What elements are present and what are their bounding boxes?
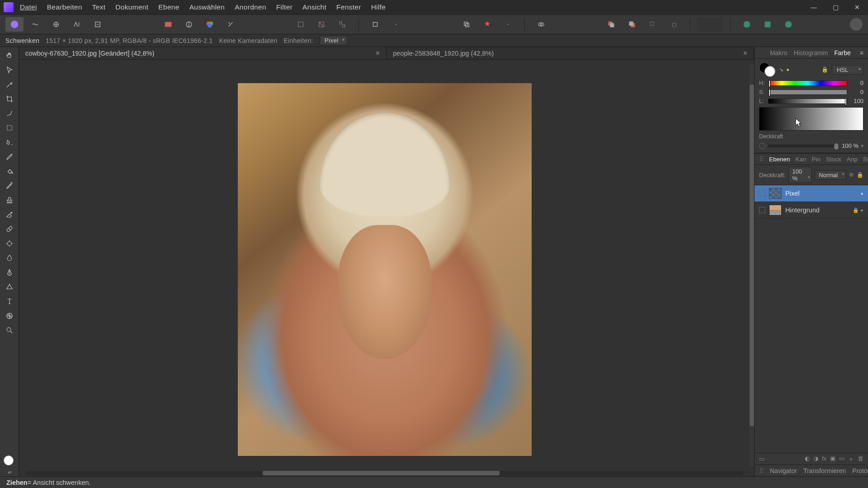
tab-channels[interactable]: Kan	[796, 156, 807, 163]
auto-contrast-button[interactable]	[180, 17, 198, 32]
arrange-bwd-button[interactable]	[665, 17, 683, 32]
selection-invert-button[interactable]	[312, 17, 330, 32]
close-tab-icon[interactable]: ×	[743, 49, 747, 57]
menu-edit[interactable]: Bearbeiten	[47, 3, 82, 11]
edit-all-layers-icon[interactable]: ▭	[759, 455, 764, 462]
brush-tool[interactable]	[4, 151, 15, 163]
pan-tool[interactable]	[4, 50, 15, 61]
close-tab-icon[interactable]: ×	[376, 49, 380, 57]
force-align-button[interactable]	[759, 17, 777, 32]
pen-tool[interactable]	[4, 267, 15, 278]
color-picker-tool[interactable]	[4, 79, 15, 90]
assistant-dropdown[interactable]	[499, 17, 517, 32]
insert-target-button[interactable]	[698, 17, 723, 32]
auto-levels-button[interactable]	[159, 17, 177, 32]
tab-protocol[interactable]: Protokoll	[852, 467, 868, 474]
lig-slider[interactable]	[768, 99, 847, 104]
drag-handle-icon[interactable]: ⠿	[759, 467, 764, 474]
mask-icon[interactable]: ◐	[805, 455, 810, 463]
liquify-persona-button[interactable]	[26, 17, 44, 32]
arrange-front-button[interactable]	[602, 17, 620, 32]
selection-all-button[interactable]	[333, 17, 351, 32]
recent-color-icon[interactable]: ●	[786, 66, 789, 73]
menu-arrange[interactable]: Anordnen	[235, 3, 266, 11]
move-tool[interactable]	[4, 64, 15, 76]
swap-swatch-icon[interactable]: ⇄	[8, 470, 11, 474]
layer-lock-icon[interactable]: 🔒	[857, 172, 863, 178]
menu-layer[interactable]: Ebene	[158, 3, 179, 11]
quick-mask-button[interactable]	[532, 17, 550, 32]
sat-slider[interactable]	[768, 89, 847, 95]
assistant-button[interactable]	[478, 17, 496, 32]
fx-icon[interactable]: fx	[822, 455, 826, 463]
photo-persona-button[interactable]	[5, 17, 24, 32]
crop-mask-icon[interactable]: ▣	[830, 455, 835, 463]
flood-select-tool[interactable]	[4, 136, 15, 148]
zoom-tool[interactable]	[4, 324, 15, 336]
dodge-tool[interactable]	[4, 238, 15, 249]
color-mode-dropdown[interactable]: HSL	[832, 65, 863, 75]
panel-menu-icon[interactable]: ≡	[860, 49, 863, 56]
layer-opacity-dropdown[interactable]: 100 %	[788, 167, 812, 183]
stamp-tool[interactable]	[4, 194, 15, 206]
healing-tool[interactable]	[4, 223, 15, 235]
canvas-area[interactable]	[19, 60, 754, 476]
menu-window[interactable]: Fenster	[336, 3, 361, 11]
layer-fx-icon[interactable]: ⚙	[849, 172, 854, 178]
selection-brush-tool[interactable]	[4, 108, 15, 119]
text-tool[interactable]	[4, 296, 15, 307]
fill-tool[interactable]	[4, 165, 15, 177]
tab-navigator[interactable]: Navigator	[770, 467, 797, 474]
menu-text[interactable]: Text	[92, 3, 106, 11]
tab-adjustment[interactable]: Anp	[847, 156, 858, 163]
blur-tool[interactable]	[4, 252, 15, 264]
tone-map-persona-button[interactable]	[68, 17, 86, 32]
group-icon[interactable]: ▭	[839, 455, 844, 463]
layer-blend-dropdown[interactable]: Normal	[815, 170, 846, 180]
account-avatar[interactable]	[850, 18, 863, 31]
document-tab-inactive[interactable]: people-2583848_1920.jpg (42,8%) ×	[387, 47, 754, 59]
layer-visibility-icon[interactable]	[759, 207, 765, 213]
menu-file[interactable]: Datei	[20, 3, 37, 11]
link-color-icon[interactable]: 🔒	[821, 66, 828, 73]
layer-name[interactable]: Pixel	[785, 190, 857, 197]
drag-handle-icon[interactable]: ⠿	[759, 155, 764, 163]
crop-tool[interactable]	[4, 93, 15, 105]
export-persona-button[interactable]	[89, 17, 107, 32]
stack-button[interactable]	[458, 17, 476, 32]
pencil-tool[interactable]	[4, 180, 15, 192]
close-button[interactable]: ✕	[850, 2, 864, 13]
color-opacity-slider[interactable]	[768, 145, 839, 147]
layer-name[interactable]: Hintergrund	[785, 206, 849, 214]
hue-slider[interactable]	[768, 80, 847, 86]
layer-row[interactable]: Hintergrund 🔒 ●	[755, 202, 868, 219]
menu-select[interactable]: Auswählen	[189, 3, 225, 11]
auto-colors-button[interactable]	[201, 17, 219, 32]
layer-visibility-icon[interactable]	[759, 190, 765, 197]
units-dropdown[interactable]: Pixel	[320, 36, 347, 45]
tab-color[interactable]: Farbe	[834, 49, 851, 56]
develop-persona-button[interactable]	[47, 17, 65, 32]
document-tab-active[interactable]: cowboy-67630_1920.jpg [Geändert] (42,8%)…	[19, 47, 387, 59]
horizontal-scrollbar[interactable]	[26, 471, 743, 475]
menu-filter[interactable]: Filter	[276, 3, 292, 11]
menu-view[interactable]: Ansicht	[302, 3, 326, 11]
layer-row[interactable]: Pixel ●	[755, 185, 868, 202]
vertical-scrollbar[interactable]	[750, 64, 754, 466]
fg-bg-swatch[interactable]	[759, 62, 775, 77]
delete-layer-icon[interactable]: 🗑	[858, 455, 863, 463]
minimize-button[interactable]: —	[807, 2, 821, 13]
shape-tool[interactable]	[4, 281, 15, 293]
add-layer-icon[interactable]: ＋	[848, 455, 854, 463]
arrange-fwd-button[interactable]	[644, 17, 662, 32]
maximize-button[interactable]: ▢	[828, 2, 843, 13]
noise-toggle-icon[interactable]	[759, 143, 765, 149]
tab-stock[interactable]: Stock	[826, 156, 841, 163]
tab-pins[interactable]: Pin	[812, 156, 821, 163]
arrange-back-button[interactable]	[623, 17, 641, 32]
crop-dropdown[interactable]	[387, 17, 405, 32]
lightness-preview[interactable]	[759, 107, 863, 131]
tab-layers[interactable]: Ebenen	[769, 156, 790, 163]
marquee-tool[interactable]	[4, 122, 15, 134]
selection-none-button[interactable]	[292, 17, 310, 32]
